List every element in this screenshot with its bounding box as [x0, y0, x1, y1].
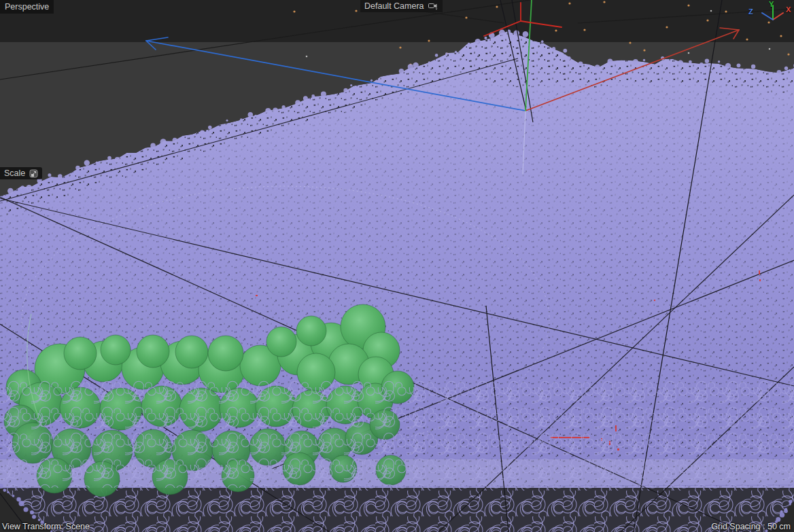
tool-indicator-scale[interactable]: Scale	[0, 167, 42, 179]
3d-viewport[interactable]: Perspective Default Camera Scale View Tr…	[0, 0, 794, 532]
view-mode-label[interactable]: Perspective	[0, 0, 54, 14]
scene-canvas	[0, 0, 794, 532]
view-mode-text: Perspective	[5, 2, 49, 12]
camera-icon	[428, 2, 438, 10]
camera-selector[interactable]: Default Camera	[360, 0, 443, 12]
grid-spacing-label: Grid Spacing : 50 cm	[711, 522, 791, 531]
view-transform-label: View Transform: Scene	[2, 522, 90, 531]
gizmo-x-label: X	[786, 5, 791, 14]
camera-name-text: Default Camera	[364, 1, 424, 11]
gizmo-z-label: Z	[748, 7, 753, 16]
wire-overlay	[0, 378, 794, 488]
scale-tool-icon	[29, 169, 38, 178]
tool-name-text: Scale	[4, 169, 25, 178]
gizmo-y-label: Y	[769, 0, 774, 8]
